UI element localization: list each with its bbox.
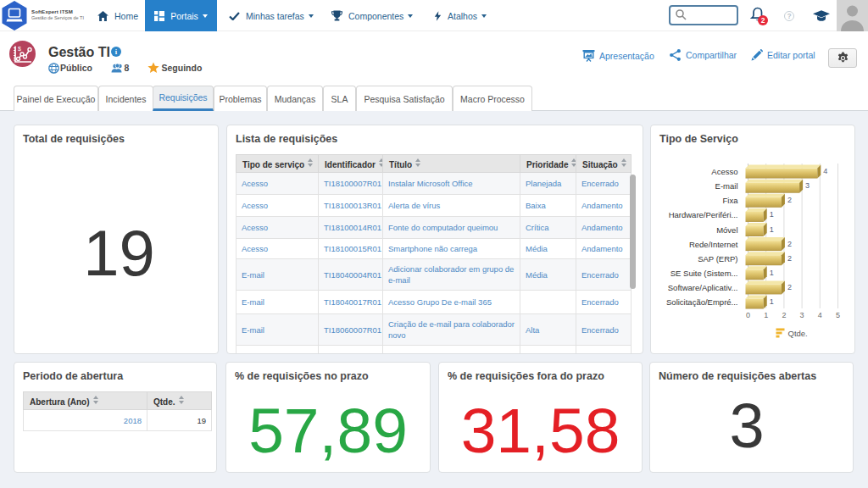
svg-text:Móvel: Móvel [716,225,737,235]
svg-text:Solicitação/Empré...: Solicitação/Empré... [666,297,737,307]
svg-text:5: 5 [836,311,840,319]
svg-text:1: 1 [770,210,774,219]
svg-text:1: 1 [770,297,774,306]
svg-text:4: 4 [818,311,822,319]
svg-text:Acesso: Acesso [711,167,737,176]
svg-text:Fixa: Fixa [723,196,739,205]
svg-text:1: 1 [770,225,774,234]
svg-text:1: 1 [764,311,768,319]
svg-text:3: 3 [800,311,804,319]
svg-text:Rede/Internet: Rede/Internet [689,240,738,249]
svg-text:2: 2 [787,283,792,291]
svg-text:Hardware/Periféri...: Hardware/Periféri... [669,210,738,219]
svg-text:Software/Aplicativ...: Software/Aplicativ... [668,283,738,292]
svg-text:4: 4 [823,167,827,175]
svg-text:E-mail: E-mail [715,181,738,191]
svg-text:2: 2 [787,240,792,248]
svg-text:0: 0 [746,311,750,319]
svg-text:SE Suite (Sistem...: SE Suite (Sistem... [670,269,738,278]
svg-text:1: 1 [770,269,774,277]
svg-text:$: $ [18,46,21,52]
svg-text:Qtde.: Qtde. [788,329,808,338]
svg-text:2: 2 [787,254,792,263]
svg-text:3: 3 [805,181,810,190]
svg-text:2: 2 [787,196,792,204]
svg-text:SAP (ERP): SAP (ERP) [698,254,737,263]
svg-text:2: 2 [782,311,786,319]
